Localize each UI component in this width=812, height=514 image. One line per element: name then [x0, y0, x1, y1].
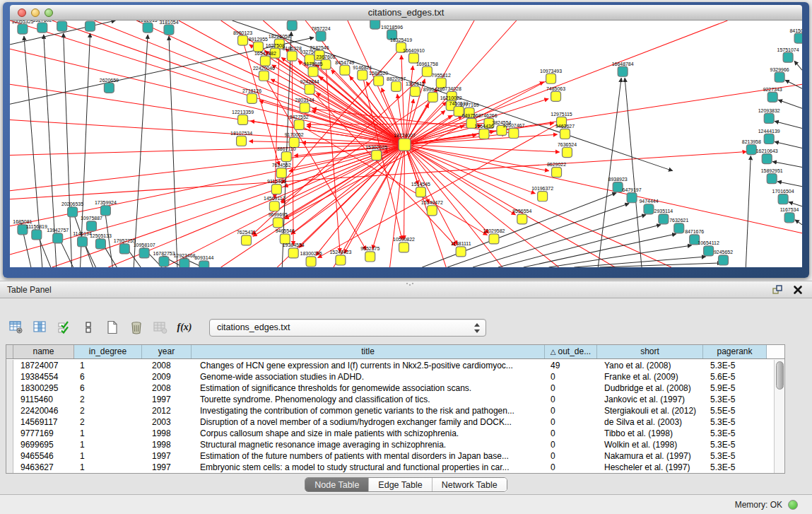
- svg-text:7624552: 7624552: [272, 163, 291, 168]
- row-gutter: [6, 462, 13, 473]
- tab-node-table[interactable]: Node Table: [305, 478, 369, 491]
- delete-table-icon[interactable]: [129, 320, 144, 335]
- cell-year: 1998: [142, 439, 192, 450]
- table-row[interactable]: 2242004622012Investigating the contribut…: [6, 405, 774, 416]
- cell-short: de Silva et al. (2003): [597, 416, 703, 428]
- function-builder-icon[interactable]: f(x): [177, 320, 192, 335]
- cell-title: Tourette syndrome. Phenomenology and cla…: [192, 394, 545, 405]
- svg-text:9170052: 9170052: [285, 132, 304, 137]
- cell-title: Estimation of the future numbers of pati…: [192, 450, 545, 462]
- close-panel-icon[interactable]: [792, 284, 804, 296]
- network-window-titlebar[interactable]: citations_edges.txt: [10, 5, 802, 21]
- tab-edge-table[interactable]: Edge Table: [369, 478, 432, 491]
- table-row[interactable]: 946554611997Estimation of the future num…: [6, 450, 774, 462]
- svg-text:746266: 746266: [481, 113, 497, 118]
- svg-text:8629022: 8629022: [547, 162, 566, 167]
- table-row[interactable]: 1830029562008Estimation of significance …: [6, 382, 774, 394]
- cell-pagerank: 5.3E-5: [703, 428, 767, 439]
- row-gutter: [6, 416, 13, 428]
- column-header-name[interactable]: name: [13, 345, 74, 358]
- cell-title: Embryonic stem cells: a model to study s…: [192, 462, 545, 473]
- svg-text:1550292: 1550292: [81, 21, 100, 21]
- column-header-title[interactable]: title: [192, 345, 545, 358]
- network-canvas[interactable]: 1005532515276022013091155029222620153181…: [10, 21, 802, 267]
- column-header-pagerank[interactable]: pagerank: [703, 345, 767, 358]
- cell-year: 1997: [142, 450, 192, 462]
- table-scrollbar-thumb[interactable]: [776, 361, 784, 390]
- table-header-row: namein_degreeyeartitle△out_de...shortpag…: [6, 345, 784, 359]
- cell-pagerank: 5.9E-5: [703, 382, 767, 394]
- svg-text:6734028: 6734028: [442, 86, 461, 91]
- cell-out_degree: 0: [545, 462, 597, 473]
- minimize-window-button[interactable]: [31, 8, 40, 17]
- cell-title: Investigating the contribution of common…: [192, 405, 545, 416]
- svg-text:10590822: 10590822: [393, 237, 415, 242]
- row-gutter: [6, 360, 13, 371]
- svg-text:11156819: 11156819: [26, 224, 47, 229]
- cell-out_degree: 0: [545, 450, 597, 462]
- svg-text:9463627: 9463627: [555, 124, 575, 129]
- create-table-icon[interactable]: [105, 320, 120, 335]
- column-header-in_degree[interactable]: in_degree: [74, 345, 142, 358]
- cell-short: Franke et al. (2009): [597, 371, 703, 382]
- table-scrollbar[interactable]: [774, 360, 784, 473]
- svg-text:17957255: 17957255: [114, 238, 136, 243]
- svg-text:9329966: 9329966: [770, 67, 789, 72]
- svg-text:9777169: 9777169: [460, 103, 479, 107]
- svg-text:16210643: 16210643: [756, 148, 778, 153]
- panel-resize-grip[interactable]: [406, 283, 413, 286]
- row-gutter: [6, 439, 13, 450]
- cell-year: 1997: [142, 394, 192, 405]
- table-row[interactable]: 977716911998Corpus callosum shape and si…: [6, 428, 774, 439]
- table-row[interactable]: 946362711997Embryonic stem cells: a mode…: [6, 462, 774, 473]
- cell-pagerank: 5.3E-5: [703, 439, 767, 450]
- svg-text:10973493: 10973493: [540, 69, 562, 74]
- cell-in_degree: 6: [74, 382, 142, 394]
- svg-text:2718126: 2718126: [242, 88, 261, 93]
- table-options-icon[interactable]: [8, 320, 24, 335]
- svg-text:16648784: 16648784: [612, 62, 634, 66]
- table-row[interactable]: 1872400712008Changes of HCN gene express…: [6, 360, 774, 371]
- row-gutter: [6, 382, 13, 394]
- cell-out_degree: 0: [545, 416, 597, 428]
- svg-text:9652375: 9652375: [360, 246, 379, 251]
- svg-text:8454749: 8454749: [335, 60, 354, 65]
- row-height-icon[interactable]: [81, 320, 96, 335]
- tab-network-table[interactable]: Network Table: [433, 478, 507, 491]
- column-header-year[interactable]: year: [142, 345, 192, 358]
- svg-text:8990448: 8990448: [423, 87, 442, 92]
- memory-ok-indicator-icon[interactable]: [788, 500, 798, 510]
- table-row[interactable]: 1938455462009Genome-wide association stu…: [6, 371, 774, 382]
- cell-short: Tibbo et al. (1998): [597, 428, 703, 439]
- show-columns-icon[interactable]: [33, 320, 48, 335]
- svg-text:1588520: 1588520: [369, 71, 388, 76]
- cell-out_degree: 0: [545, 439, 597, 450]
- table-row[interactable]: 969969511998Structural magnetic resonanc…: [6, 439, 774, 450]
- close-window-button[interactable]: [18, 8, 26, 17]
- table-panel-title: Table Panel: [7, 281, 52, 298]
- cell-pagerank: 5.6E-5: [703, 371, 767, 382]
- cytoscape-app: citations_edges.txt 10055325152760220130…: [0, 0, 812, 514]
- cell-title: Changes of HCN gene expression and I(f) …: [192, 360, 545, 371]
- svg-text:9474444: 9474444: [639, 199, 658, 204]
- node-table: namein_degreeyeartitle△out_de...shortpag…: [6, 344, 785, 474]
- cell-in_degree: 1: [74, 450, 142, 462]
- svg-text:7632621: 7632621: [669, 218, 688, 223]
- cell-name: 9465546: [13, 450, 74, 462]
- table-row[interactable]: 1456911722003Disruption of a novel membe…: [6, 416, 774, 428]
- table-row[interactable]: 911546021997Tourette syndrome. Phenomeno…: [6, 394, 774, 405]
- cell-name: 9115460: [13, 394, 74, 405]
- svg-text:10975887: 10975887: [81, 216, 102, 221]
- svg-text:15892951: 15892951: [761, 168, 783, 173]
- column-header-out_degree[interactable]: △out_de...: [545, 345, 597, 358]
- float-panel-icon[interactable]: [772, 284, 783, 296]
- import-table-disabled-icon[interactable]: [153, 320, 168, 335]
- row-gutter: [6, 394, 13, 405]
- column-header-short[interactable]: short: [597, 345, 703, 358]
- select-all-icon[interactable]: [57, 320, 72, 335]
- svg-text:17016504: 17016504: [772, 189, 794, 194]
- svg-text:2935114: 2935114: [654, 209, 673, 214]
- maximize-window-button[interactable]: [45, 8, 53, 17]
- network-table-selector[interactable]: citations_edges.txt: [209, 319, 486, 337]
- table-toolbar: f(x) citations_edges.txt: [8, 315, 486, 339]
